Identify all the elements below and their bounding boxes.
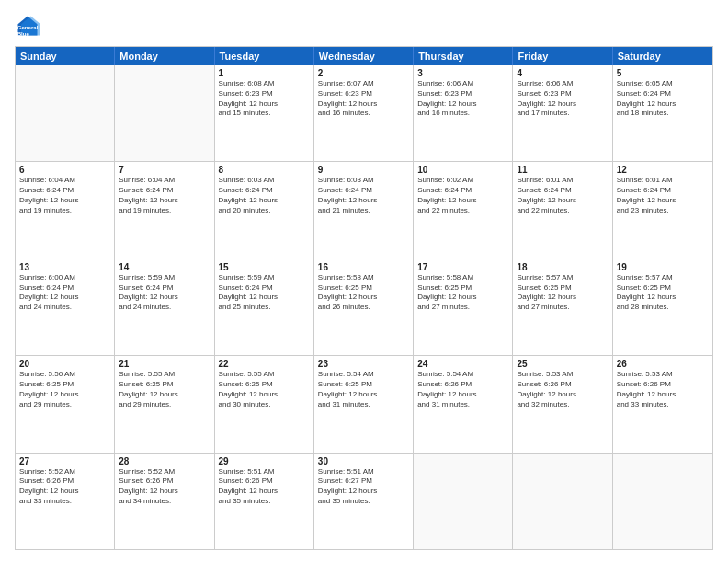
logo: General Blue (15, 13, 44, 39)
svg-text:Blue: Blue (17, 30, 30, 37)
cell-info: Sunrise: 6:06 AM Sunset: 6:23 PM Dayligh… (517, 79, 608, 119)
page: General Blue SundayMondayTuesdayWednesda… (0, 0, 728, 563)
cal-cell: 27Sunrise: 5:52 AM Sunset: 6:26 PM Dayli… (16, 454, 115, 549)
cell-info: Sunrise: 6:08 AM Sunset: 6:23 PM Dayligh… (219, 79, 310, 119)
day-number: 19 (617, 262, 709, 272)
cal-cell (513, 454, 612, 549)
day-header-friday: Friday (513, 47, 612, 65)
cal-cell (613, 454, 712, 549)
day-number: 7 (119, 165, 210, 175)
day-number: 11 (517, 165, 608, 175)
day-header-tuesday: Tuesday (215, 47, 314, 65)
cell-info: Sunrise: 5:53 AM Sunset: 6:26 PM Dayligh… (617, 370, 709, 409)
cal-cell: 1Sunrise: 6:08 AM Sunset: 6:23 PM Daylig… (215, 65, 314, 161)
cal-cell: 26Sunrise: 5:53 AM Sunset: 6:26 PM Dayli… (613, 356, 712, 452)
cal-cell: 9Sunrise: 6:03 AM Sunset: 6:24 PM Daylig… (314, 162, 414, 258)
cal-cell: 11Sunrise: 6:01 AM Sunset: 6:24 PM Dayli… (513, 162, 612, 258)
cell-info: Sunrise: 6:00 AM Sunset: 6:24 PM Dayligh… (19, 273, 110, 313)
cell-info: Sunrise: 6:05 AM Sunset: 6:24 PM Dayligh… (617, 79, 709, 119)
day-number: 24 (417, 359, 508, 369)
day-header-thursday: Thursday (414, 47, 513, 65)
day-number: 2 (318, 68, 409, 78)
day-number: 5 (617, 68, 709, 78)
cell-info: Sunrise: 5:55 AM Sunset: 6:25 PM Dayligh… (119, 370, 210, 409)
cell-info: Sunrise: 6:01 AM Sunset: 6:24 PM Dayligh… (617, 176, 709, 215)
cell-info: Sunrise: 5:56 AM Sunset: 6:25 PM Dayligh… (19, 370, 110, 409)
cal-cell: 3Sunrise: 6:06 AM Sunset: 6:23 PM Daylig… (414, 65, 513, 161)
cell-info: Sunrise: 5:59 AM Sunset: 6:24 PM Dayligh… (119, 273, 210, 313)
cal-cell: 12Sunrise: 6:01 AM Sunset: 6:24 PM Dayli… (613, 162, 712, 258)
cell-info: Sunrise: 6:01 AM Sunset: 6:24 PM Dayligh… (517, 176, 608, 215)
day-number: 8 (219, 165, 310, 175)
cal-cell: 8Sunrise: 6:03 AM Sunset: 6:24 PM Daylig… (215, 162, 314, 258)
cal-cell (16, 65, 115, 161)
cell-info: Sunrise: 6:04 AM Sunset: 6:24 PM Dayligh… (119, 176, 210, 215)
day-number: 27 (19, 456, 110, 466)
calendar: SundayMondayTuesdayWednesdayThursdayFrid… (15, 46, 713, 550)
cell-info: Sunrise: 5:55 AM Sunset: 6:25 PM Dayligh… (219, 370, 310, 409)
cal-cell: 23Sunrise: 5:54 AM Sunset: 6:25 PM Dayli… (314, 356, 414, 452)
cal-cell: 6Sunrise: 6:04 AM Sunset: 6:24 PM Daylig… (16, 162, 115, 258)
day-number: 28 (119, 456, 210, 466)
cell-info: Sunrise: 5:51 AM Sunset: 6:26 PM Dayligh… (219, 467, 310, 507)
cell-info: Sunrise: 5:54 AM Sunset: 6:26 PM Dayligh… (417, 370, 508, 409)
cal-cell: 22Sunrise: 5:55 AM Sunset: 6:25 PM Dayli… (215, 356, 314, 452)
cal-cell: 20Sunrise: 5:56 AM Sunset: 6:25 PM Dayli… (16, 356, 115, 452)
cal-cell: 19Sunrise: 5:57 AM Sunset: 6:25 PM Dayli… (613, 259, 712, 355)
cal-cell: 24Sunrise: 5:54 AM Sunset: 6:26 PM Dayli… (414, 356, 513, 452)
day-number: 23 (318, 359, 409, 369)
cell-info: Sunrise: 5:57 AM Sunset: 6:25 PM Dayligh… (617, 273, 709, 313)
cal-cell: 28Sunrise: 5:52 AM Sunset: 6:26 PM Dayli… (115, 454, 214, 549)
cal-cell: 2Sunrise: 6:07 AM Sunset: 6:23 PM Daylig… (314, 65, 414, 161)
day-number: 14 (119, 262, 210, 272)
svg-text:General: General (17, 24, 39, 30)
logo-icon: General Blue (15, 13, 40, 39)
cell-info: Sunrise: 5:51 AM Sunset: 6:27 PM Dayligh… (318, 467, 409, 507)
day-number: 6 (19, 165, 110, 175)
calendar-header: SundayMondayTuesdayWednesdayThursdayFrid… (16, 47, 712, 65)
cell-info: Sunrise: 5:57 AM Sunset: 6:25 PM Dayligh… (517, 273, 608, 313)
cal-cell: 10Sunrise: 6:02 AM Sunset: 6:24 PM Dayli… (414, 162, 513, 258)
cal-cell: 29Sunrise: 5:51 AM Sunset: 6:26 PM Dayli… (215, 454, 314, 549)
day-number: 30 (318, 456, 409, 466)
cal-cell: 18Sunrise: 5:57 AM Sunset: 6:25 PM Dayli… (513, 259, 612, 355)
day-number: 29 (219, 456, 310, 466)
cal-cell: 5Sunrise: 6:05 AM Sunset: 6:24 PM Daylig… (613, 65, 712, 161)
week-row-3: 20Sunrise: 5:56 AM Sunset: 6:25 PM Dayli… (16, 355, 712, 452)
day-header-wednesday: Wednesday (314, 47, 414, 65)
day-number: 10 (417, 165, 508, 175)
calendar-body: 1Sunrise: 6:08 AM Sunset: 6:23 PM Daylig… (16, 65, 712, 549)
day-number: 4 (517, 68, 608, 78)
day-header-saturday: Saturday (613, 47, 712, 65)
week-row-4: 27Sunrise: 5:52 AM Sunset: 6:26 PM Dayli… (16, 453, 712, 549)
cell-info: Sunrise: 6:03 AM Sunset: 6:24 PM Dayligh… (318, 176, 409, 215)
day-number: 9 (318, 165, 409, 175)
cal-cell: 4Sunrise: 6:06 AM Sunset: 6:23 PM Daylig… (513, 65, 612, 161)
day-number: 25 (517, 359, 608, 369)
day-number: 22 (219, 359, 310, 369)
day-number: 20 (19, 359, 110, 369)
week-row-2: 13Sunrise: 6:00 AM Sunset: 6:24 PM Dayli… (16, 259, 712, 355)
cell-info: Sunrise: 6:04 AM Sunset: 6:24 PM Dayligh… (19, 176, 110, 215)
week-row-1: 6Sunrise: 6:04 AM Sunset: 6:24 PM Daylig… (16, 161, 712, 258)
cal-cell: 13Sunrise: 6:00 AM Sunset: 6:24 PM Dayli… (16, 259, 115, 355)
day-number: 21 (119, 359, 210, 369)
cal-cell: 25Sunrise: 5:53 AM Sunset: 6:26 PM Dayli… (513, 356, 612, 452)
cal-cell: 7Sunrise: 6:04 AM Sunset: 6:24 PM Daylig… (115, 162, 214, 258)
cal-cell: 16Sunrise: 5:58 AM Sunset: 6:25 PM Dayli… (314, 259, 414, 355)
day-header-monday: Monday (115, 47, 214, 65)
day-number: 3 (417, 68, 508, 78)
cell-info: Sunrise: 5:58 AM Sunset: 6:25 PM Dayligh… (417, 273, 508, 313)
day-number: 13 (19, 262, 110, 272)
cal-cell: 30Sunrise: 5:51 AM Sunset: 6:27 PM Dayli… (314, 454, 414, 549)
day-number: 12 (617, 165, 709, 175)
day-number: 1 (219, 68, 310, 78)
cal-cell: 15Sunrise: 5:59 AM Sunset: 6:24 PM Dayli… (215, 259, 314, 355)
cell-info: Sunrise: 6:06 AM Sunset: 6:23 PM Dayligh… (417, 79, 508, 119)
cell-info: Sunrise: 5:59 AM Sunset: 6:24 PM Dayligh… (219, 273, 310, 313)
cell-info: Sunrise: 6:07 AM Sunset: 6:23 PM Dayligh… (318, 79, 409, 119)
day-number: 17 (417, 262, 508, 272)
cal-cell: 14Sunrise: 5:59 AM Sunset: 6:24 PM Dayli… (115, 259, 214, 355)
cell-info: Sunrise: 5:52 AM Sunset: 6:26 PM Dayligh… (119, 467, 210, 507)
week-row-0: 1Sunrise: 6:08 AM Sunset: 6:23 PM Daylig… (16, 65, 712, 161)
